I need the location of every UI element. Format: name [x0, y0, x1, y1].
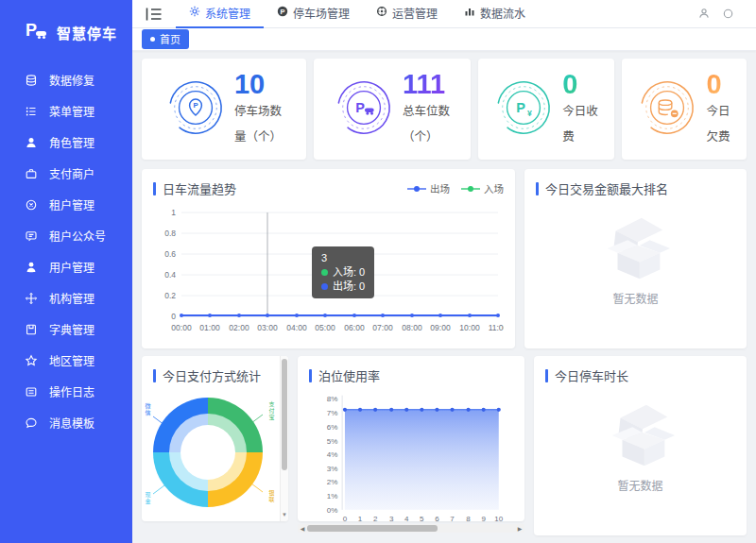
scroll-down-arrow-icon[interactable]: ▼	[282, 512, 287, 518]
empty-state: 暂无数据	[524, 211, 747, 306]
svg-text:0: 0	[171, 312, 176, 321]
sidebar-item-label: 菜单管理	[49, 103, 94, 119]
sidebar-item-op-log[interactable]: 操作日志	[0, 376, 132, 407]
sidebar-item-tenant-mgmt[interactable]: 租户管理	[0, 189, 132, 220]
sidebar-nav: 数据修复 菜单管理 角色管理 支付商户 租户管理 租户公众号	[0, 64, 132, 438]
stat-label-line1: 停车场数	[234, 100, 282, 124]
svg-text:P: P	[355, 99, 365, 114]
empty-box-icon	[593, 398, 688, 471]
topbar-actions	[698, 6, 747, 23]
title-bar-icon	[153, 182, 156, 195]
sidebar-item-role-mgmt[interactable]: 角色管理	[0, 127, 132, 158]
stat-card-parking-lots: P 10 停车场数 量（个）	[142, 59, 306, 160]
donut-label-wechat: 微信	[144, 403, 150, 416]
tab-data-flow[interactable]: 数据流水	[451, 0, 539, 28]
card-title: 泊位使用率	[318, 366, 380, 384]
svg-text:02:00: 02:00	[229, 323, 249, 332]
card-header: 今日支付方式统计	[142, 356, 288, 390]
sidebar-item-label: 地区管理	[49, 352, 94, 368]
card-title: 今日交易金额最大排名	[545, 179, 668, 197]
tab-parking-lot-mgmt[interactable]: P 停车场管理	[264, 0, 363, 28]
sidebar-toggle-icon[interactable]	[146, 7, 163, 22]
scrollbar-thumb[interactable]	[282, 359, 287, 470]
legend-item-in[interactable]: 入场	[461, 181, 504, 195]
svg-text:P: P	[516, 99, 525, 114]
tab-label: 运营管理	[392, 5, 438, 21]
sidebar-item-data-repair[interactable]: 数据修复	[0, 64, 132, 95]
svg-text:8: 8	[466, 515, 471, 523]
sidebar-item-label: 租户公众号	[49, 228, 106, 244]
vertical-scrollbar[interactable]: ▼	[280, 356, 288, 521]
berth-area-chart[interactable]: 8% 7% 6% 5% 4% 3% 2% 1% 0%	[309, 390, 513, 524]
coins-icon	[638, 78, 696, 141]
refresh-icon[interactable]	[723, 6, 733, 23]
svg-text:4: 4	[404, 515, 409, 523]
payment-methods-card: 今日支付方式统计 微信 支付宝 现金 银联	[142, 356, 288, 521]
sidebar-item-pay-merchant[interactable]: 支付商户	[0, 158, 132, 189]
user-icon[interactable]	[698, 6, 710, 23]
database-icon	[25, 74, 38, 87]
donut-ring	[153, 398, 263, 507]
sidebar-item-msg-template[interactable]: 消息模板	[0, 407, 132, 438]
sidebar-item-label: 支付商户	[49, 165, 94, 181]
svg-text:P: P	[281, 8, 285, 16]
sidebar-item-menu-mgmt[interactable]: 菜单管理	[0, 95, 132, 127]
svg-text:04:00: 04:00	[286, 323, 307, 332]
app-title: 智慧停车	[57, 23, 117, 42]
scroll-right-arrow-icon[interactable]: ▶	[515, 525, 524, 532]
svg-text:5%: 5%	[327, 437, 338, 446]
svg-text:0: 0	[343, 515, 348, 523]
legend-item-out[interactable]: 出场	[407, 181, 450, 195]
svg-text:11:00: 11:00	[489, 323, 504, 332]
sidebar-item-dict-mgmt[interactable]: 字典管理	[0, 314, 132, 345]
svg-text:3%: 3%	[327, 465, 338, 473]
stat-card-total-spaces: P 111 总车位数 （个）	[314, 59, 471, 160]
stat-value: 111	[403, 70, 450, 98]
title-bar-icon	[536, 182, 539, 195]
svg-text:03:00: 03:00	[257, 323, 278, 332]
tags-bar: 首页	[132, 28, 756, 51]
parking-icon: P	[277, 6, 288, 20]
svg-text:00:00: 00:00	[171, 323, 192, 332]
sidebar: P 智慧停车 数据修复 菜单管理 角色管理 支付商户 租户	[0, 0, 132, 543]
svg-text:8%: 8%	[327, 395, 338, 403]
parking-logo-icon: P	[25, 19, 49, 45]
card-title: 今日停车时长	[555, 366, 628, 384]
stat-card-today-arrears: 0 今日 欠费	[622, 59, 747, 160]
stat-card-today-income: P ¥ 0 今日收 费	[478, 59, 614, 160]
chart-legend: 出场 入场	[407, 181, 504, 195]
main-area: 系统管理 P 停车场管理 运营管理 数据流水	[132, 0, 756, 543]
svg-text:¥: ¥	[527, 108, 532, 117]
svg-text:0.8: 0.8	[164, 229, 176, 238]
svg-text:1%: 1%	[327, 492, 338, 501]
svg-text:7: 7	[450, 515, 455, 523]
middle-row: 日车流量趋势 出场 入场	[142, 169, 747, 348]
tab-label: 系统管理	[205, 5, 250, 21]
payment-donut-chart[interactable]: 微信 支付宝 现金 银联	[153, 398, 263, 507]
briefcase-icon	[25, 167, 38, 180]
tab-operations-mgmt[interactable]: 运营管理	[363, 0, 451, 28]
sidebar-item-official-account[interactable]: 租户公众号	[0, 220, 132, 251]
dictionary-icon	[25, 323, 38, 336]
svg-text:P: P	[26, 21, 37, 40]
svg-text:7%: 7%	[327, 409, 338, 417]
sidebar-item-region-mgmt[interactable]: 地区管理	[0, 345, 132, 376]
sidebar-item-label: 角色管理	[49, 134, 94, 150]
stat-value: 0	[706, 70, 730, 98]
breadcrumb-tag-home[interactable]: 首页	[142, 29, 189, 49]
app-root: P 智慧停车 数据修复 菜单管理 角色管理 支付商户 租户	[0, 0, 756, 543]
sidebar-item-org-mgmt[interactable]: 机构管理	[0, 282, 132, 314]
scrollbar-thumb[interactable]	[307, 525, 438, 532]
scroll-left-arrow-icon[interactable]: ◀	[298, 525, 307, 532]
log-icon	[25, 385, 38, 399]
tab-system-mgmt[interactable]: 系统管理	[176, 0, 264, 28]
svg-text:5: 5	[420, 515, 424, 523]
transaction-ranking-card: 今日交易金额最大排名 暂无数据	[524, 169, 747, 348]
message-icon	[25, 416, 38, 430]
horizontal-scrollbar[interactable]: ◀ ▶	[298, 524, 524, 533]
title-bar-icon	[309, 369, 312, 382]
svg-text:6%: 6%	[327, 423, 338, 432]
donut-label-alipay: 支付宝	[267, 401, 274, 421]
svg-text:0%: 0%	[327, 506, 338, 515]
sidebar-item-user-mgmt[interactable]: 用户管理	[0, 251, 132, 282]
